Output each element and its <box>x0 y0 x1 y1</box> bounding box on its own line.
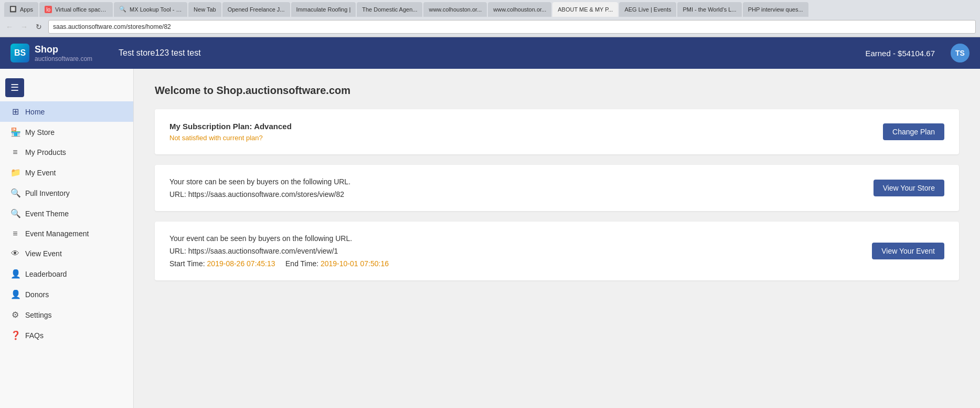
event-url-label: URL: <box>169 247 188 255</box>
event-url-card: Your event can be seen by buyers on the … <box>155 222 959 280</box>
store-url-value: https://saas.auctionsoftware.com/stores/… <box>188 190 344 198</box>
view-event-icon: 👁 <box>10 249 20 258</box>
sidebar-label-my-event: My Event <box>25 169 56 177</box>
sidebar-item-view-event[interactable]: 👁 View Event <box>0 244 133 264</box>
user-avatar[interactable]: TS <box>951 44 970 62</box>
sidebar-label-event-management: Event Management <box>25 229 89 238</box>
tab-roofing[interactable]: Immaculate Roofing | <box>291 2 356 17</box>
store-url-label: URL: <box>169 190 188 198</box>
subscription-subtitle: Not satisfied with current plan? <box>169 134 872 142</box>
address-bar[interactable] <box>48 20 976 34</box>
logo-text-group: Shop auctionsoftware.com <box>35 44 92 62</box>
leaderboard-icon: 👤 <box>10 269 20 279</box>
event-url-display: URL: https://saas.auctionsoftware.com/ev… <box>169 247 861 255</box>
sidebar-item-donors[interactable]: 👤 Donors <box>0 284 133 305</box>
sidebar-label-settings: Settings <box>25 311 52 319</box>
change-plan-button[interactable]: Change Plan <box>883 123 944 140</box>
home-icon: ⊞ <box>10 107 20 117</box>
menu-toggle-button[interactable]: ☰ <box>5 78 24 97</box>
logo-letters: BS <box>14 48 26 58</box>
reload-button[interactable]: ↻ <box>34 22 44 32</box>
earned-label: Earned - $ <box>865 49 902 58</box>
sidebar-label-my-products: My Products <box>25 148 66 156</box>
tab-pmi[interactable]: PMI - the World's L... <box>677 2 741 17</box>
view-store-button[interactable]: View Your Store <box>874 180 944 196</box>
browser-chrome: 🔲 Apps lo Virtual office space... 🔍 MX L… <box>0 0 980 37</box>
tab-php[interactable]: PHP interview ques... <box>743 2 808 17</box>
settings-icon: ⚙ <box>10 310 20 320</box>
sidebar-item-faqs[interactable]: ❓ FAQs <box>0 325 133 346</box>
tab-virtual-office[interactable]: lo Virtual office space... <box>39 2 113 17</box>
logo-domain: auctionsoftware.com <box>35 55 92 62</box>
store-url-card: Your store can be seen by buyers on the … <box>155 165 959 211</box>
tab-mx-lookup[interactable]: 🔍 MX Lookup Tool - C... <box>114 2 187 17</box>
sidebar-item-home[interactable]: ⊞ Home <box>0 101 133 122</box>
start-label: Start Time: <box>169 259 207 268</box>
page-title: Welcome to Shop.auctionsoftware.com <box>155 85 959 97</box>
pull-inventory-icon: 🔍 <box>10 188 20 198</box>
tab-label: ABOUT ME & MY P... <box>558 6 613 13</box>
event-url-line1: Your event can be seen by buyers on the … <box>169 234 861 243</box>
sidebar-item-event-management[interactable]: ≡ Event Management <box>0 224 133 244</box>
sidebar-label-event-theme: Event Theme <box>25 210 69 218</box>
subscription-card: My Subscription Plan: Advanced Not satis… <box>155 109 959 154</box>
tab-label: PHP interview ques... <box>748 6 803 13</box>
start-value: 2019-08-26 07:45:13 <box>207 259 275 268</box>
end-label: End Time: <box>285 259 321 268</box>
sidebar-item-pull-inventory[interactable]: 🔍 Pull Inventory <box>0 183 133 203</box>
store-icon: 🏪 <box>10 127 20 137</box>
tab-label: Immaculate Roofing | <box>296 6 351 13</box>
sidebar-label-my-store: My Store <box>25 128 55 137</box>
view-event-action: View Your Event <box>872 243 944 259</box>
sidebar-item-settings[interactable]: ⚙ Settings <box>0 305 133 325</box>
tab-label: PMI - the World's L... <box>683 6 736 13</box>
sidebar-item-event-theme[interactable]: 🔍 Event Theme <box>0 203 133 224</box>
tab-label: The Domestic Agen... <box>362 6 417 13</box>
tab-new-tab[interactable]: New Tab <box>188 2 221 17</box>
earned-amount: 54104.67 <box>902 49 935 58</box>
sidebar-item-my-products[interactable]: ≡ My Products <box>0 142 133 162</box>
products-icon: ≡ <box>10 148 20 157</box>
browser-toolbar: ← → ↻ <box>0 17 980 37</box>
sidebar-item-leaderboard[interactable]: 👤 Leaderboard <box>0 264 133 284</box>
sidebar-label-home: Home <box>25 108 45 116</box>
sidebar-label-donors: Donors <box>25 290 49 299</box>
sidebar-item-my-store[interactable]: 🏪 My Store <box>0 122 133 142</box>
logo-icon: BS <box>10 44 29 62</box>
end-value: 2019-10-01 07:50:16 <box>321 259 389 268</box>
sidebar-item-my-event[interactable]: 📁 My Event <box>0 162 133 183</box>
tab-col2[interactable]: www.colhouston.or... <box>488 2 551 17</box>
browser-tabs: 🔲 Apps lo Virtual office space... 🔍 MX L… <box>0 0 980 17</box>
tab-aeg[interactable]: AEG Live | Events <box>619 2 676 17</box>
tab-label: Apps <box>20 6 33 13</box>
tab-freelance[interactable]: Opened Freelance J... <box>222 2 290 17</box>
forward-button[interactable]: → <box>19 22 29 32</box>
event-theme-icon: 🔍 <box>10 208 20 218</box>
event-icon: 📁 <box>10 168 20 177</box>
tab-label: Opened Freelance J... <box>228 6 285 13</box>
store-url-info: Your store can be seen by buyers on the … <box>169 177 863 198</box>
logo-area: BS Shop auctionsoftware.com <box>10 44 92 62</box>
event-time-display: Start Time: 2019-08-26 07:45:13 End Time… <box>169 259 861 268</box>
event-url-value: https://saas.auctionsoftware.com/event/v… <box>188 247 338 255</box>
view-event-button[interactable]: View Your Event <box>872 243 944 259</box>
donors-icon: 👤 <box>10 289 20 299</box>
earned-text: Earned - $54104.67 <box>865 49 935 58</box>
sidebar: ☰ ⊞ Home 🏪 My Store ≡ My Products 📁 My E… <box>0 69 134 408</box>
app-header: BS Shop auctionsoftware.com Test store12… <box>0 37 980 69</box>
tab-label: AEG Live | Events <box>624 6 671 13</box>
tab-domestic[interactable]: The Domestic Agen... <box>357 2 422 17</box>
store-url-line1: Your store can be seen by buyers on the … <box>169 177 863 186</box>
back-button[interactable]: ← <box>4 22 15 32</box>
app-body: ☰ ⊞ Home 🏪 My Store ≡ My Products 📁 My E… <box>0 69 980 408</box>
tab-about-me[interactable]: ABOUT ME & MY P... <box>552 2 618 17</box>
tab-favicon: lo <box>45 6 52 13</box>
tab-favicon: 🔲 <box>9 6 17 13</box>
subscription-title: My Subscription Plan: Advanced <box>169 122 872 131</box>
tab-apps[interactable]: 🔲 Apps <box>4 2 38 17</box>
tab-label: www.colhouston.or... <box>429 6 482 13</box>
faqs-icon: ❓ <box>10 330 20 340</box>
tab-col1[interactable]: www.colhouston.or... <box>423 2 487 17</box>
sidebar-label-view-event: View Event <box>25 249 62 258</box>
app-wrapper: BS Shop auctionsoftware.com Test store12… <box>0 37 980 408</box>
